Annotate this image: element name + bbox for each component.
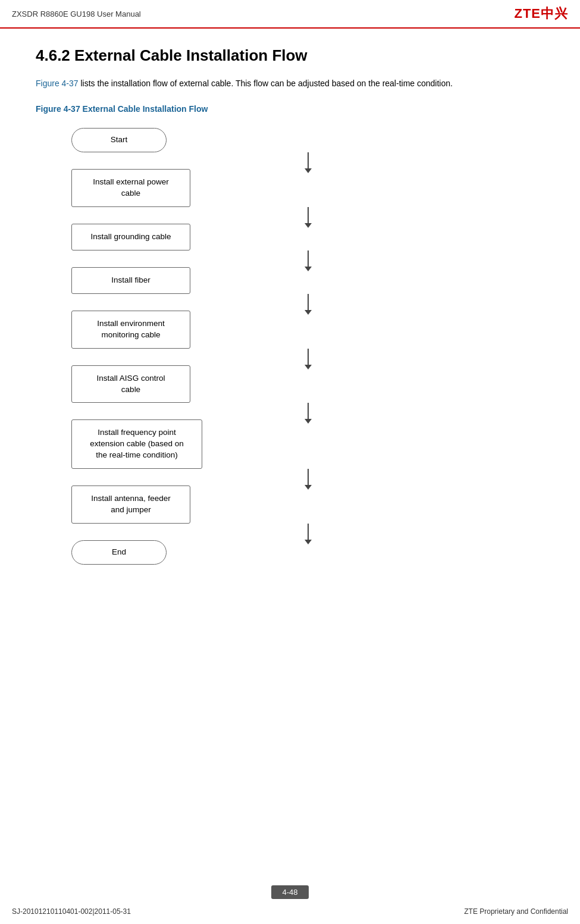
page-content: 4.6.2 External Cable Installation Flow F… bbox=[0, 29, 580, 600]
footer-right: ZTE Proprietary and Confidential bbox=[464, 907, 568, 916]
node-power: Install external powercable bbox=[71, 169, 190, 207]
page-footer: 4-48 SJ-20101210110401-002|2011-05-31 ZT… bbox=[0, 882, 580, 924]
figure-title: Figure 4-37 External Cable Installation … bbox=[36, 104, 544, 114]
figure-link[interactable]: Figure 4-37 bbox=[36, 79, 79, 88]
arrow-6 bbox=[308, 403, 309, 419]
node-start: Start bbox=[71, 128, 167, 152]
intro-paragraph: Figure 4-37 lists the installation flow … bbox=[36, 77, 544, 90]
page-number-bar: 4-48 bbox=[0, 882, 580, 903]
page-number: 4-48 bbox=[271, 885, 308, 899]
arrow-2 bbox=[308, 207, 309, 224]
arrow-4 bbox=[308, 294, 309, 311]
arrow-1 bbox=[308, 152, 309, 169]
node-env: Install environmentmonitoring cable bbox=[71, 311, 190, 349]
intro-body: lists the installation flow of external … bbox=[79, 79, 453, 88]
arrow-5 bbox=[308, 349, 309, 365]
env-monitoring-node: Install environmentmonitoring cable bbox=[71, 311, 190, 349]
footer-left: SJ-20101210110401-002|2011-05-31 bbox=[12, 907, 131, 916]
node-freq: Install frequency pointextension cable (… bbox=[71, 419, 202, 469]
arrow-8 bbox=[308, 524, 309, 540]
end-node: End bbox=[71, 540, 167, 565]
flowchart: Start Install external powercable Instal… bbox=[71, 128, 544, 564]
node-end: End bbox=[71, 540, 167, 565]
aisg-cable-node: Install AISG controlcable bbox=[71, 365, 190, 403]
node-aisg: Install AISG controlcable bbox=[71, 365, 190, 403]
node-antenna: Install antenna, feederand jumper bbox=[71, 486, 190, 524]
section-title: 4.6.2 External Cable Installation Flow bbox=[36, 46, 544, 65]
footer-bottom: SJ-20101210110401-002|2011-05-31 ZTE Pro… bbox=[0, 903, 580, 924]
fiber-node: Install fiber bbox=[71, 267, 190, 294]
header-title: ZXSDR R8860E GU198 User Manual bbox=[12, 10, 141, 18]
page-header: ZXSDR R8860E GU198 User Manual ZTE中兴 bbox=[0, 0, 580, 29]
node-grounding: Install grounding cable bbox=[71, 224, 190, 250]
power-cable-node: Install external powercable bbox=[71, 169, 190, 207]
node-fiber: Install fiber bbox=[71, 267, 190, 294]
antenna-node: Install antenna, feederand jumper bbox=[71, 486, 190, 524]
arrow-7 bbox=[308, 469, 309, 486]
grounding-cable-node: Install grounding cable bbox=[71, 224, 190, 250]
start-node: Start bbox=[71, 128, 167, 152]
section-number: 4.6.2 bbox=[36, 46, 70, 64]
arrow-3 bbox=[308, 250, 309, 267]
freq-extension-node: Install frequency pointextension cable (… bbox=[71, 419, 202, 469]
zte-logo: ZTE中兴 bbox=[514, 5, 568, 23]
